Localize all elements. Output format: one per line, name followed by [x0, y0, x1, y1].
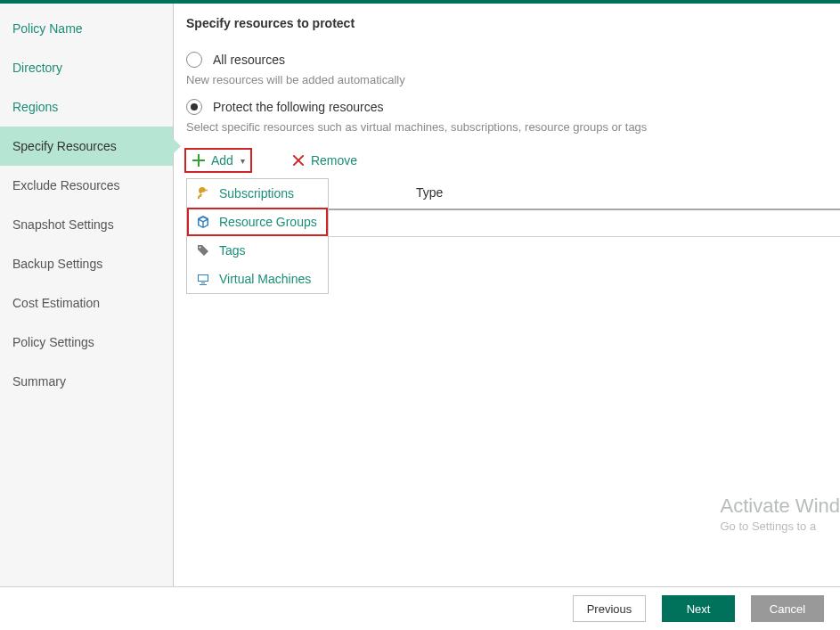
chevron-down-icon: ▾ — [241, 156, 245, 166]
watermark-line1: Activate Wind — [721, 495, 841, 518]
sidebar-step-exclude-resources[interactable]: Exclude Resources — [0, 166, 173, 205]
option-all-hint: New resources will be added automaticall… — [186, 73, 840, 86]
wizard-layout: Policy NameDirectoryRegionsSpecify Resou… — [0, 4, 840, 586]
option-specific-label: Protect the following resources — [213, 100, 383, 114]
add-button[interactable]: Add ▾ — [186, 150, 250, 171]
option-all-label: All resources — [213, 53, 285, 67]
sidebar-step-snapshot-settings[interactable]: Snapshot Settings — [0, 205, 173, 244]
add-button-label: Add — [211, 153, 233, 168]
add-menu-subscriptions[interactable]: Subscriptions — [187, 179, 328, 208]
sidebar-step-specify-resources[interactable]: Specify Resources — [0, 127, 173, 166]
watermark-line2: Go to Settings to a — [721, 520, 841, 533]
add-menu-virtual-machines[interactable]: Virtual Machines — [187, 265, 328, 293]
add-menu-item-label: Tags — [219, 243, 246, 258]
wizard-footer: Previous Next Cancel — [0, 586, 840, 630]
cancel-button[interactable]: Cancel — [751, 595, 824, 622]
add-menu-tags[interactable]: Tags — [187, 236, 328, 265]
add-menu-item-label: Resource Groups — [219, 215, 317, 229]
radio-specific-resources[interactable] — [186, 99, 202, 115]
next-button[interactable]: Next — [662, 595, 735, 622]
x-icon — [291, 153, 306, 168]
option-specific-resources[interactable]: Protect the following resources Select s… — [186, 99, 840, 134]
add-menu-item-label: Subscriptions — [219, 186, 294, 200]
plus-icon — [192, 153, 206, 168]
sidebar-step-summary[interactable]: Summary — [0, 362, 173, 401]
key-icon — [196, 186, 210, 200]
page-title: Specify resources to protect — [186, 16, 840, 30]
remove-button[interactable]: Remove — [286, 150, 363, 171]
radio-all-resources[interactable] — [186, 52, 202, 68]
sidebar-step-cost-estimation[interactable]: Cost Estimation — [0, 283, 173, 323]
add-menu-item-label: Virtual Machines — [219, 272, 311, 286]
sidebar-step-directory[interactable]: Directory — [0, 48, 173, 87]
column-type: Type — [416, 185, 443, 200]
resources-table-empty-row — [318, 210, 840, 237]
sidebar-step-backup-settings[interactable]: Backup Settings — [0, 244, 173, 283]
windows-activation-watermark: Activate Wind Go to Settings to a — [712, 495, 841, 533]
wizard-main-panel: Specify resources to protect All resourc… — [174, 4, 840, 586]
option-specific-hint: Select specific resources such as virtua… — [186, 120, 840, 134]
add-menu-resource-groups[interactable]: Resource Groups — [187, 208, 328, 236]
previous-button[interactable]: Previous — [573, 595, 646, 622]
sidebar-step-policy-settings[interactable]: Policy Settings — [0, 323, 173, 362]
add-dropdown-menu: SubscriptionsResource GroupsTagsVirtual … — [186, 178, 329, 294]
option-all-resources[interactable]: All resources New resources will be adde… — [186, 52, 840, 86]
tag-icon — [196, 243, 210, 258]
resources-table-header: Type — [318, 176, 840, 210]
resources-toolbar: Add ▾ SubscriptionsResource GroupsTagsVi… — [186, 150, 840, 171]
wizard-steps-sidebar: Policy NameDirectoryRegionsSpecify Resou… — [0, 4, 174, 586]
vm-icon — [196, 272, 210, 286]
sidebar-step-policy-name[interactable]: Policy Name — [0, 9, 173, 48]
remove-button-label: Remove — [311, 153, 357, 168]
sidebar-step-regions[interactable]: Regions — [0, 87, 173, 127]
cube-icon — [196, 215, 210, 229]
